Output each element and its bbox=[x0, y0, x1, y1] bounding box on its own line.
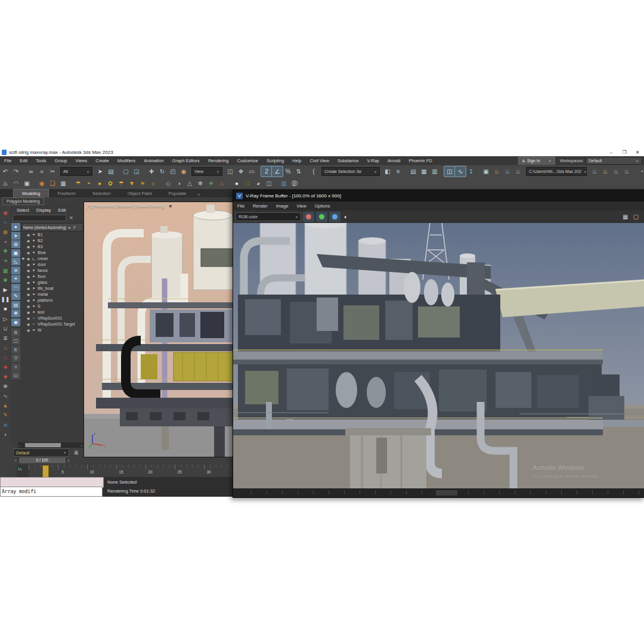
fire-preset1-icon[interactable]: ♨ bbox=[1, 344, 10, 352]
render-setup-icon[interactable]: ♨ bbox=[491, 166, 502, 177]
camera-icon[interactable]: ▣ bbox=[21, 178, 32, 188]
blue-panel-icon[interactable]: ▥ bbox=[278, 178, 289, 188]
teapot-icon[interactable]: ♨ bbox=[0, 178, 11, 188]
clapper-icon[interactable]: ❏ bbox=[47, 178, 58, 188]
frame-counter[interactable]: 0 / 100 bbox=[18, 457, 66, 464]
filter-spacewarps-icon[interactable]: ≋ bbox=[11, 267, 20, 274]
visibility-eye-icon[interactable]: ◉ bbox=[26, 280, 31, 284]
arc2-icon[interactable]: ◗ bbox=[1, 431, 10, 438]
spinner-snap-icon[interactable]: ⇅ bbox=[293, 166, 304, 177]
vfb-menu-item[interactable]: Render bbox=[249, 203, 272, 209]
filter-groups-icon[interactable]: ▤ bbox=[11, 301, 20, 309]
vray-dome-icon[interactable]: ◓ bbox=[83, 178, 94, 188]
visibility-eye-icon[interactable]: ◉ bbox=[26, 256, 31, 261]
menu-item[interactable]: V-Ray bbox=[363, 158, 383, 163]
select-by-name-icon[interactable]: ▤ bbox=[106, 166, 116, 177]
select-and-scale-icon[interactable]: ◰ bbox=[168, 166, 178, 177]
percent-snap-icon[interactable]: % bbox=[283, 166, 293, 177]
vray-frame-buffer-window[interactable]: V V-Ray Frame Buffer - [100.0% of 1600 x… bbox=[233, 190, 644, 498]
trash-icon[interactable]: ⊔ bbox=[1, 324, 10, 332]
visibility-eye-icon[interactable]: ◉ bbox=[26, 233, 31, 237]
red-channel-button[interactable] bbox=[303, 212, 314, 222]
vray-sphere-light-icon[interactable]: ● bbox=[94, 178, 105, 188]
visibility-eye-icon[interactable]: ◉ bbox=[26, 268, 31, 273]
sim-pause-icon[interactable]: ❚❚ bbox=[1, 296, 10, 304]
clear-image-icon[interactable]: ▢ bbox=[633, 213, 639, 220]
scene-explorer-icon[interactable]: ▦ bbox=[419, 166, 429, 177]
clear-search-icon[interactable]: ✕ bbox=[69, 215, 73, 221]
ribbon-tab[interactable]: Object Paint bbox=[119, 190, 160, 197]
arc-icon[interactable]: ◠ bbox=[11, 178, 21, 188]
project-path-dropdown[interactable]: C:\Users\Hb\...\3ds Max 202▼ bbox=[526, 167, 587, 176]
edit-icon[interactable]: E bbox=[11, 346, 20, 354]
next-frame-button[interactable]: › bbox=[66, 458, 72, 463]
explorer-search-input[interactable] bbox=[13, 215, 66, 221]
candle-icon[interactable]: ▲ bbox=[1, 402, 10, 410]
vray-dome-light-icon[interactable]: ☂ bbox=[73, 178, 83, 188]
phoenix-liquid-icon[interactable]: ≈ bbox=[1, 218, 10, 226]
funnel-small-icon[interactable]: ▿ bbox=[11, 363, 20, 371]
selection-filter-dropdown[interactable]: All▼ bbox=[60, 167, 92, 176]
bind-to-space-warp-icon[interactable]: ✂ bbox=[47, 166, 58, 177]
render-production-icon[interactable]: ♨ bbox=[513, 166, 524, 177]
mono-channel-button[interactable]: ◐ bbox=[344, 213, 348, 220]
explorer-row[interactable]: ◉ ● B1 bbox=[21, 231, 83, 237]
explorer-row[interactable]: ◉ ☼ VRaySun001 bbox=[21, 315, 83, 321]
sim-stop-icon[interactable]: ■ bbox=[1, 305, 10, 313]
menu-item[interactable]: Graph Editors bbox=[168, 158, 204, 163]
app-titlebar[interactable]: scifi oilrig maxvray.max - Autodesk 3ds … bbox=[0, 148, 644, 156]
ribbon-more-icon[interactable]: ▸ bbox=[194, 191, 203, 197]
ink-icon[interactable]: ✎ bbox=[1, 411, 10, 419]
reference-coordinate-dropdown[interactable]: View▼ bbox=[191, 167, 222, 176]
explorer-row[interactable]: ▶ ◉ ◺ crean bbox=[21, 255, 83, 261]
filter-lights-icon[interactable]: ◍ bbox=[11, 240, 20, 248]
vray-logo-icon[interactable]: Ⓥ bbox=[289, 178, 300, 188]
bone-tools-icon[interactable]: B bbox=[11, 329, 20, 336]
explorer-row[interactable]: ◉ ● platform bbox=[21, 297, 83, 303]
layers-icon[interactable]: ≣ bbox=[74, 450, 79, 456]
menu-item[interactable]: Create bbox=[91, 158, 113, 163]
vray-umbrella-icon[interactable]: ☂ bbox=[116, 178, 126, 188]
explorer-menu-item[interactable]: Display bbox=[33, 208, 54, 213]
head-icon[interactable]: ◉ bbox=[36, 178, 47, 188]
funnel-icon[interactable]: ▽ bbox=[11, 354, 20, 362]
material-editor-icon[interactable]: ▣ bbox=[481, 166, 491, 177]
filter-helpers-icon[interactable]: ✎ bbox=[11, 292, 20, 300]
vray-gear-icon[interactable]: ✿ bbox=[105, 178, 116, 188]
menu-item[interactable]: Phoenix FD bbox=[405, 158, 436, 163]
angle-snap-icon[interactable]: ∠ bbox=[272, 166, 283, 177]
render-cloud-icon[interactable]: ♨ bbox=[611, 166, 621, 177]
filter-shapes-icon[interactable]: ◺ bbox=[11, 258, 20, 265]
explorer-hscrollbar[interactable]: ‹ › bbox=[18, 442, 83, 448]
sim-restore-icon[interactable]: ▷ bbox=[1, 315, 10, 323]
menu-item[interactable]: Group bbox=[51, 158, 72, 163]
cube-icon[interactable]: ◇ bbox=[163, 178, 174, 188]
select-and-rotate-icon[interactable]: ↻ bbox=[157, 166, 168, 177]
time-slider-handle[interactable] bbox=[42, 465, 49, 478]
viewport-filter-icon[interactable]: ▼ bbox=[168, 204, 172, 208]
visibility-eye-icon[interactable]: ◉ bbox=[26, 310, 31, 314]
film-camera-icon[interactable]: ▦ bbox=[58, 178, 69, 188]
select-and-link-icon[interactable]: ∞ bbox=[26, 166, 36, 177]
visibility-eye-icon[interactable]: ◉ bbox=[26, 304, 31, 308]
visibility-eye-icon[interactable]: ◉ bbox=[26, 316, 31, 320]
menu-item[interactable]: Scripting bbox=[262, 158, 288, 163]
ribbon-tab[interactable]: Modeling bbox=[13, 189, 49, 197]
explorer-row[interactable]: ◉ ● B3 bbox=[21, 243, 83, 249]
snow-icon[interactable]: ❄ bbox=[195, 178, 206, 188]
folder-icon[interactable]: ▭ bbox=[11, 371, 20, 379]
toolbars-icon[interactable]: ▤ bbox=[408, 166, 419, 177]
expand-arrow-icon[interactable]: ▶ bbox=[21, 256, 26, 260]
visibility-eye-icon[interactable]: ◉ bbox=[26, 298, 31, 302]
vfb-menu-item[interactable]: Options bbox=[311, 203, 335, 209]
rendered-frame-window-icon[interactable]: ♨ bbox=[502, 166, 513, 177]
vray-sun-icon[interactable]: ☀ bbox=[137, 178, 148, 188]
keyboard-override-icon[interactable]: ▭ bbox=[246, 166, 257, 177]
select-and-move-icon[interactable]: ✚ bbox=[146, 166, 157, 177]
key-filter-icon[interactable]: Ιʌ bbox=[18, 466, 21, 472]
visibility-eye-icon[interactable]: ◉ bbox=[26, 328, 31, 332]
select-and-place-icon[interactable]: ◉ bbox=[178, 166, 189, 177]
snaps-toggle-icon[interactable]: 2 bbox=[261, 166, 272, 177]
maxscript-mini-listener[interactable]: Array modifi bbox=[0, 487, 103, 497]
menu-item[interactable]: Rendering bbox=[204, 158, 233, 163]
